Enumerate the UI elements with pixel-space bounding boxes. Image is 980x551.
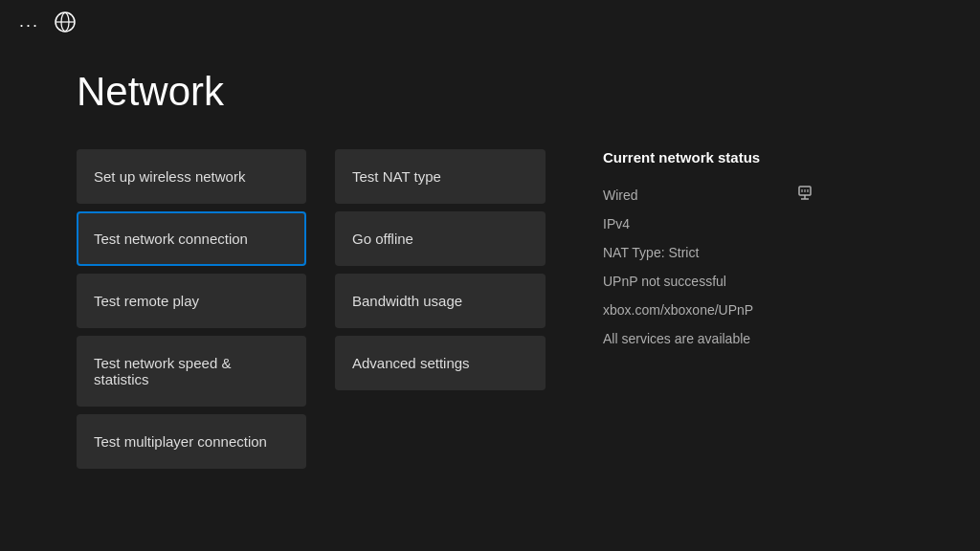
test-remote-play-button[interactable]: Test remote play — [77, 274, 306, 328]
services-status-label: All services are available — [603, 328, 750, 349]
test-network-speed-button[interactable]: Test network speed & statistics — [77, 336, 306, 407]
test-nat-type-button[interactable]: Test NAT type — [335, 149, 546, 204]
page-title: Network — [77, 69, 903, 115]
right-column: Current network status Wired IPv4 — [603, 149, 813, 469]
middle-column: Test NAT type Go offline Bandwidth usage… — [335, 149, 546, 469]
nat-type-label: NAT Type: Strict — [603, 242, 699, 263]
upnp-status-row: UPnP not successful — [603, 267, 813, 296]
wired-label: Wired — [603, 185, 638, 206]
ethernet-icon — [796, 185, 813, 206]
go-offline-button[interactable]: Go offline — [335, 211, 546, 266]
nat-type-row: NAT Type: Strict — [603, 238, 813, 267]
ipv4-label: IPv4 — [603, 213, 630, 234]
test-network-connection-button[interactable]: Test network connection — [77, 211, 306, 266]
advanced-settings-button[interactable]: Advanced settings — [335, 336, 546, 390]
dots-icon[interactable]: ··· — [19, 15, 39, 35]
test-multiplayer-button[interactable]: Test multiplayer connection — [77, 414, 306, 469]
main-content: Network Set up wireless network Test net… — [0, 50, 980, 488]
upnp-url-row: xbox.com/xboxone/UPnP — [603, 296, 813, 324]
top-bar: ··· — [0, 0, 980, 50]
left-column: Set up wireless network Test network con… — [77, 149, 306, 469]
bandwidth-usage-button[interactable]: Bandwidth usage — [335, 274, 546, 328]
wired-row: Wired — [603, 181, 813, 209]
xbox-icon — [55, 11, 76, 38]
upnp-status-label: UPnP not successful — [603, 271, 726, 292]
network-status-title: Current network status — [603, 149, 813, 165]
services-status-row: All services are available — [603, 324, 813, 353]
ipv4-row: IPv4 — [603, 209, 813, 238]
columns-layout: Set up wireless network Test network con… — [77, 149, 903, 469]
setup-wireless-button[interactable]: Set up wireless network — [77, 149, 306, 204]
upnp-url-label: xbox.com/xboxone/UPnP — [603, 299, 753, 320]
